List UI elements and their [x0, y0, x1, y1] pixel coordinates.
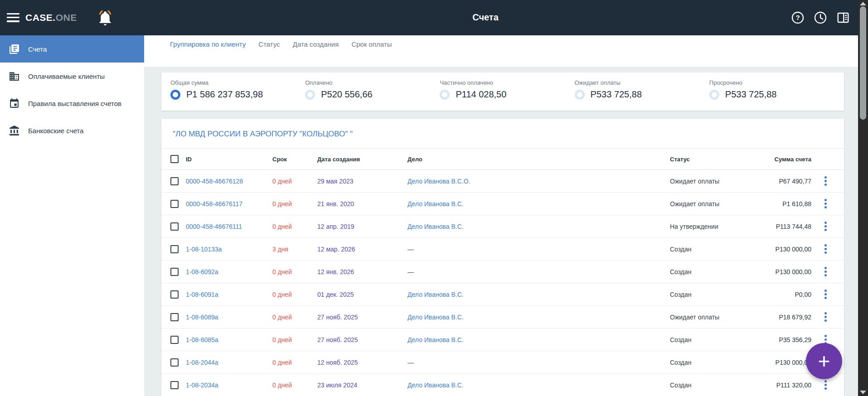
status-cell: Ожидает оплаты — [670, 178, 756, 185]
summary-value: Р533 725,88 — [725, 89, 776, 100]
filter-tab[interactable]: Группировка по клиенту — [170, 40, 246, 50]
case-link[interactable]: Дело Иванова В.С.О. — [407, 178, 670, 185]
col-status: Статус — [670, 156, 756, 163]
amount-cell: Р1 610,88 — [756, 200, 816, 208]
invoice-id-link[interactable]: 1-08-6091a — [186, 291, 272, 298]
row-checkbox[interactable] — [170, 290, 179, 299]
case-link[interactable]: Дело Иванова В.С. — [407, 336, 670, 343]
summary-totals-card: Общая сумма Р1 586 237 853,98 Оплачено Р… — [161, 72, 844, 111]
radio-icon[interactable] — [440, 90, 450, 100]
row-checkbox[interactable] — [170, 245, 179, 253]
scroll-down-arrow-icon[interactable] — [860, 391, 866, 394]
radio-icon[interactable] — [170, 90, 180, 100]
kebab-menu-icon[interactable] — [824, 288, 827, 301]
invoice-id-link[interactable]: 1-08-2034a — [186, 382, 272, 389]
invoice-id-link[interactable]: 0000-458-46676128 — [186, 178, 272, 185]
filter-tabs-bar: Группировка по клиенту Статус Дата созда… — [144, 35, 858, 68]
menu-icon[interactable] — [7, 13, 19, 22]
table-header-row: ID Срок Дата создания Дело Статус Сумма … — [161, 149, 844, 170]
bank-accounts-icon — [8, 125, 20, 136]
scrollbar-track[interactable] — [858, 0, 868, 396]
case-link[interactable]: — — [407, 246, 670, 253]
summary-item: Частично оплачено Р114 028,50 — [440, 79, 574, 111]
scroll-up-arrow-icon[interactable] — [860, 2, 866, 5]
summary-value: Р520 556,66 — [321, 89, 372, 100]
status-cell: Создан — [670, 359, 756, 366]
kebab-menu-icon[interactable] — [824, 310, 827, 324]
term-cell: 0 дней — [272, 359, 317, 366]
invoice-id-link[interactable]: 0000-458-46676117 — [186, 200, 272, 208]
filter-tab[interactable]: Статус — [258, 40, 280, 50]
status-cell: Создан — [670, 382, 756, 389]
kebab-menu-icon[interactable] — [824, 265, 827, 278]
col-case: Дело — [407, 156, 670, 163]
invoice-id-link[interactable]: 1-08-2044a — [186, 359, 272, 366]
row-checkbox[interactable] — [170, 381, 179, 389]
created-date-cell: 21 янв. 2020 — [317, 200, 407, 208]
scrollbar-thumb[interactable] — [860, 6, 866, 120]
row-checkbox[interactable] — [170, 358, 179, 367]
term-cell: 0 дней — [272, 178, 317, 185]
case-link[interactable]: Дело Иванова В.С. — [407, 291, 670, 298]
help-icon[interactable]: ? — [791, 11, 805, 24]
billable-clients-icon — [8, 70, 20, 82]
app-logo: CASE.ONE — [25, 12, 77, 23]
row-checkbox[interactable] — [170, 268, 179, 276]
case-link[interactable]: — — [407, 268, 670, 275]
kebab-menu-icon[interactable] — [824, 174, 827, 188]
row-checkbox[interactable] — [170, 177, 179, 185]
case-link[interactable]: — — [407, 359, 670, 366]
case-link[interactable]: Дело Иванова В.С. — [407, 382, 670, 389]
invoice-id-link[interactable]: 1-08-6085a — [186, 336, 272, 343]
amount-cell: Р18 679,92 — [756, 314, 816, 321]
term-cell: 0 дней — [272, 223, 317, 230]
invoice-id-link[interactable]: 0000-458-46676111 — [186, 223, 272, 230]
created-date-cell: 12 апр. 2019 — [317, 223, 407, 230]
row-checkbox[interactable] — [170, 200, 179, 208]
history-clock-icon[interactable] — [814, 11, 827, 24]
table-row: 0000-458-46676128 0 дней 29 мая 2023 Дел… — [161, 170, 844, 193]
invoice-id-link[interactable]: 1-08-6092a — [186, 268, 272, 275]
case-link[interactable]: Дело Иванова В.С. — [407, 200, 670, 208]
table-row: 1-08-6091a 0 дней 01 дек. 2025 Дело Иван… — [161, 283, 844, 306]
table-row: 1-08-2034a 0 дней 23 июля 2024 Дело Иван… — [161, 374, 844, 396]
sidebar-item[interactable]: Правила выставления счетов — [0, 90, 144, 117]
amount-cell: Р67 490,77 — [756, 178, 816, 185]
invoices-icon — [8, 43, 20, 55]
amount-cell: Р111 320,00 — [756, 382, 816, 389]
kebab-menu-icon[interactable] — [824, 197, 827, 210]
filter-tab[interactable]: Срок оплаты — [351, 40, 392, 50]
add-invoice-fab[interactable]: + — [806, 343, 842, 379]
created-date-cell: 12 мар. 2026 — [317, 246, 407, 253]
case-link[interactable]: Дело Иванова В.С. — [407, 223, 670, 230]
sidebar-item-label: Оплачиваемые клиенты — [28, 72, 105, 80]
row-checkbox[interactable] — [170, 313, 179, 321]
sidebar-item[interactable]: Банковские счета — [0, 117, 144, 144]
kebab-menu-icon[interactable] — [824, 220, 827, 233]
radio-icon[interactable] — [709, 90, 719, 100]
table-row: 1-08-6085a 0 дней 27 нояб. 2025 Дело Ива… — [161, 328, 844, 351]
row-checkbox[interactable] — [170, 336, 179, 344]
radio-icon[interactable] — [575, 90, 585, 100]
amount-cell: Р130 000,00 — [756, 246, 816, 253]
term-cell: 0 дней — [272, 291, 317, 298]
invoice-id-link[interactable]: 1-08-6089a — [186, 314, 272, 321]
sidebar-item[interactable]: Оплачиваемые клиенты — [0, 63, 144, 90]
layout-panel-icon[interactable] — [836, 11, 850, 24]
sidebar-item-label: Счета — [28, 45, 47, 53]
invoice-id-link[interactable]: 1-08-10133a — [186, 246, 272, 253]
case-link[interactable]: Дело Иванова В.С. — [407, 314, 670, 321]
summary-label: Частично оплачено — [440, 79, 574, 86]
table-row: 1-08-2044a 0 дней 12 нояб. 2025 — Создан… — [161, 351, 844, 374]
kebab-menu-icon[interactable] — [824, 378, 827, 391]
notifications-bell-icon[interactable] — [97, 9, 113, 26]
term-cell: 0 дней — [272, 382, 317, 389]
table-row: 0000-458-46676111 0 дней 12 апр. 2019 Де… — [161, 215, 844, 238]
radio-icon[interactable] — [305, 90, 315, 100]
select-all-checkbox[interactable] — [170, 155, 179, 163]
filter-tab[interactable]: Дата создания — [293, 40, 339, 50]
kebab-menu-icon[interactable] — [824, 242, 827, 256]
sidebar-item[interactable]: Счета — [0, 35, 144, 63]
amount-cell: Р0,00 — [756, 291, 816, 298]
row-checkbox[interactable] — [170, 222, 179, 231]
